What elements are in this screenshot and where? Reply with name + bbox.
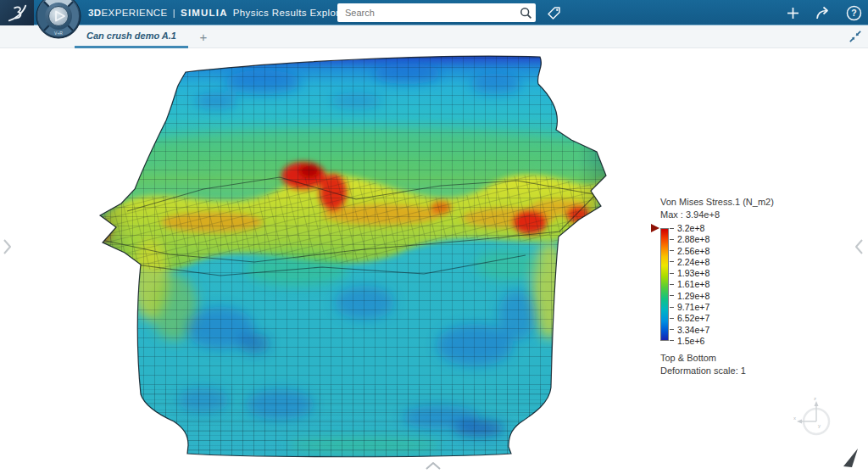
collapse-icon bbox=[848, 29, 863, 44]
plus-icon bbox=[786, 6, 800, 20]
collapse-panel-button[interactable] bbox=[848, 29, 863, 44]
tick-dash bbox=[670, 239, 674, 240]
chevron-right-icon bbox=[2, 238, 14, 255]
expand-bottom-panel-button[interactable] bbox=[424, 460, 442, 474]
tab-active-underline bbox=[75, 46, 188, 48]
axis-left-label: x bbox=[793, 415, 796, 421]
tick-dash bbox=[670, 273, 674, 274]
legend-render-mode: Top & Bottom bbox=[660, 353, 796, 363]
expand-left-panel-button[interactable] bbox=[2, 238, 14, 259]
can-stress-contours bbox=[93, 48, 615, 468]
legend-colorbar bbox=[660, 228, 669, 341]
3dexperience-compass[interactable]: V+R bbox=[36, 0, 81, 39]
search-icon bbox=[520, 7, 532, 20]
legend-title: Von Mises Stress.1 (N_m2) bbox=[660, 197, 796, 207]
tick-dash bbox=[670, 340, 674, 341]
tick-dash bbox=[670, 329, 674, 330]
resize-corner-icon bbox=[841, 447, 861, 469]
expand-right-panel-button[interactable] bbox=[853, 238, 865, 259]
add-tab-button[interactable]: + bbox=[195, 28, 212, 45]
results-canvas: Von Mises Stress.1 (N_m2) Max : 3.94e+8 … bbox=[0, 48, 868, 474]
axis-left-arrow bbox=[797, 420, 802, 424]
tag-button[interactable] bbox=[544, 4, 563, 23]
chevron-left-icon bbox=[853, 238, 865, 255]
help-icon: ? bbox=[846, 5, 862, 21]
view-axis-triad[interactable]: z x y bbox=[793, 396, 839, 443]
svg-text:?: ? bbox=[851, 8, 856, 18]
search-input[interactable] bbox=[337, 8, 515, 18]
axis-up-label: z bbox=[814, 396, 816, 401]
title-separator: | bbox=[173, 8, 175, 18]
3ds-logo-icon bbox=[4, 2, 30, 24]
axis-origin-label: y bbox=[818, 423, 821, 428]
3ds-logo bbox=[0, 0, 34, 25]
product-name: SIMULIA bbox=[181, 8, 228, 18]
compass-play-disk bbox=[49, 7, 69, 26]
stress-legend: Von Mises Stress.1 (N_m2) Max : 3.94e+8 … bbox=[660, 197, 796, 376]
search-box bbox=[337, 3, 536, 22]
brand-experience: EXPERIENCE bbox=[102, 8, 168, 18]
tick-dash bbox=[670, 284, 674, 285]
viewport-resize-handle[interactable] bbox=[841, 447, 861, 472]
tick-dash bbox=[670, 228, 674, 229]
legend-deformation-scale: Deformation scale: 1 bbox=[660, 365, 796, 376]
chevron-up-icon bbox=[424, 460, 442, 471]
topbar-actions: ? bbox=[783, 0, 863, 25]
share-icon bbox=[815, 5, 832, 20]
legend-ticks: 3.2e+8 2.88e+8 2.56e+8 2.24e+8 bbox=[670, 228, 709, 341]
max-marker-icon bbox=[651, 224, 659, 232]
tab-can-crush-demo[interactable]: Can crush demo A.1 bbox=[75, 25, 188, 48]
axis-up-arrow bbox=[815, 401, 819, 406]
search-button[interactable] bbox=[515, 3, 536, 22]
tick-dash bbox=[670, 261, 674, 262]
tag-icon bbox=[545, 4, 563, 22]
tab-strip: Can crush demo A.1 + bbox=[0, 25, 868, 48]
brand-3d: 3D bbox=[88, 8, 102, 18]
top-bar: V+R 3DEXPERIENCE | SIMULIA Physics Resul… bbox=[0, 0, 868, 25]
app-title: 3DEXPERIENCE | SIMULIA Physics Results E… bbox=[88, 0, 349, 25]
legend-max-value: Max : 3.94e+8 bbox=[660, 209, 796, 220]
tick-dash bbox=[670, 250, 674, 251]
tick-dash bbox=[670, 295, 674, 296]
app-name: Physics Results Explorer bbox=[233, 8, 349, 18]
help-button[interactable]: ? bbox=[844, 3, 863, 22]
add-button[interactable] bbox=[783, 3, 802, 22]
tick-dash bbox=[670, 307, 674, 308]
tab-label: Can crush demo A.1 bbox=[75, 25, 188, 41]
compass-version-label: V+R bbox=[54, 31, 63, 36]
share-button[interactable] bbox=[814, 3, 832, 22]
tick-dash bbox=[670, 318, 674, 319]
legend-colorbar-row: 3.2e+8 2.88e+8 2.56e+8 2.24e+8 bbox=[660, 228, 796, 341]
